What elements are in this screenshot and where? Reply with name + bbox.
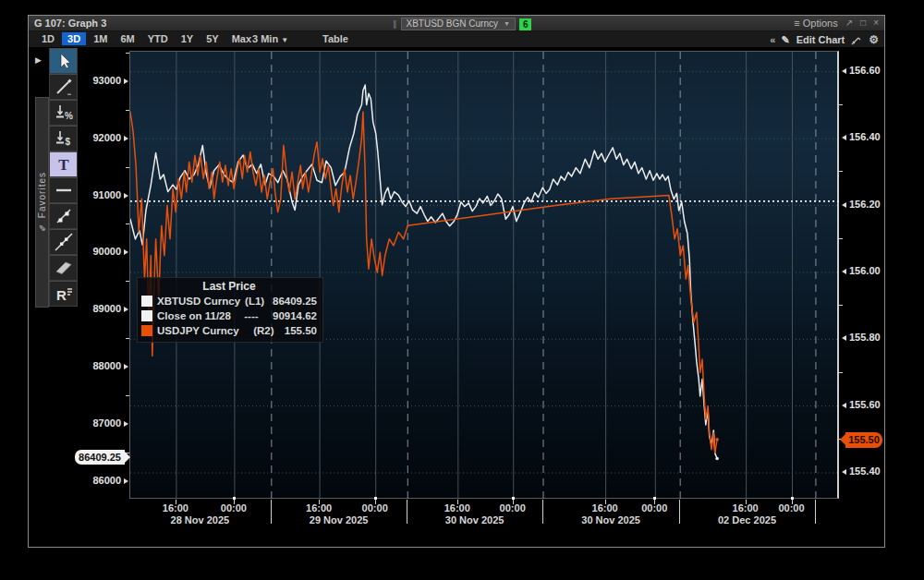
favorites-label: ✎ Favorites	[37, 172, 47, 233]
left-axis-tick-label: 89000	[75, 303, 121, 314]
x-axis-time-label: 16:00	[300, 502, 337, 514]
left-axis-tick-label: 86000	[75, 475, 121, 486]
legend-value: 86409.25	[273, 296, 317, 307]
legend-row[interactable]: XBTUSD Curncy(L1)86409.25	[141, 294, 317, 308]
edit-chart-group: « ✎ Edit Chart ⚙	[770, 33, 879, 46]
left-axis-tick	[124, 364, 128, 369]
pencil-icon: ✎	[781, 34, 789, 46]
right-axis-minor-tick	[839, 305, 843, 306]
right-axis-tick-label: 155.60	[849, 399, 881, 410]
price-change-tool[interactable]: $	[49, 126, 78, 151]
range-tab-1m[interactable]: 1M	[88, 32, 113, 45]
table-button[interactable]: Table	[322, 33, 348, 44]
legend-row[interactable]: Close on 11/28----90914.62	[141, 308, 317, 323]
window-title: G 107: Graph 3	[34, 16, 106, 30]
chart-plot-area[interactable]	[129, 51, 839, 499]
channel-tool[interactable]	[49, 255, 78, 281]
extended-trendline-tool-icon	[53, 231, 75, 253]
legend-value: 155.50	[285, 325, 317, 336]
x-axis-time-label: 16:00	[587, 502, 624, 514]
left-axis-minor-tick	[126, 338, 129, 339]
text-annotation-tool[interactable]: T	[49, 151, 78, 177]
left-axis-minor-tick	[126, 167, 129, 168]
draw-line-tool[interactable]	[49, 74, 78, 100]
gear-icon[interactable]: ⚙	[869, 33, 879, 46]
cursor-tool-icon	[53, 50, 75, 72]
right-axis-minor-tick	[839, 372, 843, 373]
x-axis-session-dot	[374, 497, 377, 500]
left-axis-tick-label: 88000	[75, 360, 121, 371]
range-tab-1y[interactable]: 1Y	[176, 32, 199, 45]
panel-number-badge[interactable]: 6	[519, 18, 532, 30]
left-axis-tick-label: 93000	[75, 75, 121, 86]
legend-value: 90914.62	[273, 310, 317, 321]
right-axis-tick-label: 155.80	[849, 332, 881, 343]
options-menu-button[interactable]: ≡ Options	[794, 16, 837, 30]
last-price-badge-left: 86409.25	[75, 450, 125, 465]
security-field[interactable]: XBTUSD BGN Curncy ▼	[401, 18, 516, 30]
left-axis-tick	[124, 79, 128, 84]
security-ticker: XBTUSD BGN Curncy	[407, 17, 498, 31]
collapse-panel-icon[interactable]: «	[770, 34, 774, 45]
x-axis-session-dot	[653, 497, 656, 500]
cursor-tool[interactable]	[49, 48, 78, 74]
left-axis-tick	[124, 249, 128, 255]
x-axis-time-label: 00:00	[773, 502, 810, 514]
x-axis-boundary-tick	[271, 500, 272, 524]
legend-axis-tag: (L1)	[245, 296, 268, 307]
interval-dropdown[interactable]: 3 Min ▼	[252, 33, 288, 44]
right-axis-tick	[842, 403, 846, 408]
percent-change-tool[interactable]: %	[49, 100, 78, 126]
right-axis-tick-label: 156.20	[849, 199, 881, 210]
trendline-tool-icon	[53, 205, 75, 227]
chevron-down-icon: ▼	[281, 36, 288, 44]
x-axis-time-label: 00:00	[494, 502, 531, 514]
range-tab-5y[interactable]: 5Y	[201, 32, 224, 45]
x-axis-boundary-tick	[815, 500, 816, 524]
close-icon[interactable]: ×	[873, 16, 879, 30]
legend-row[interactable]: USDJPY Curncy(R2)155.50	[141, 323, 317, 338]
x-axis-boundary-tick	[542, 500, 543, 524]
range-tab-6m[interactable]: 6M	[115, 32, 140, 45]
chevron-down-icon: ▼	[504, 17, 510, 31]
x-axis-session-dot	[512, 497, 515, 500]
x-axis-date-label: 30 Nov 2025	[566, 514, 655, 526]
x-axis-time-label: 16:00	[157, 502, 194, 514]
x-axis-date-label: 30 Nov 2025	[431, 514, 519, 526]
flyout-arrow-icon[interactable]: ▶	[35, 55, 42, 65]
regression-tool[interactable]: R	[49, 281, 78, 307]
legend-label: USDJPY Curncy	[157, 325, 249, 336]
x-axis-time-label: 00:00	[357, 502, 394, 514]
legend-title: Last Price	[141, 280, 317, 293]
legend-axis-tag: ----	[244, 310, 268, 321]
horizontal-line-tool[interactable]	[49, 177, 78, 203]
legend-swatch	[141, 310, 152, 321]
popout-icon[interactable]: ↗	[845, 16, 853, 30]
left-axis-tick	[124, 136, 128, 141]
edit-chart-button[interactable]: Edit Chart	[796, 34, 845, 45]
maximize-icon[interactable]: □	[860, 16, 866, 30]
range-tab-1d[interactable]: 1D	[36, 32, 60, 45]
interval-label: 3 Min	[252, 33, 278, 44]
favorites-tab[interactable]: ✎ Favorites	[35, 97, 49, 308]
extended-trendline-tool[interactable]	[49, 229, 78, 255]
left-axis-tick	[124, 478, 128, 484]
x-axis-session-dot	[791, 497, 794, 500]
x-axis-boundary-tick	[679, 500, 680, 524]
x-axis-date-label: 29 Nov 2025	[295, 514, 383, 526]
right-axis-minor-tick	[839, 104, 843, 105]
right-axis-minor-tick	[839, 171, 843, 172]
right-axis-tick	[842, 68, 846, 74]
svg-text:T: T	[58, 156, 69, 174]
chart-toolbar: 1D3D1M6MYTD1Y5YMax 3 Min ▼ Table « ✎ Edi…	[29, 31, 884, 48]
legend-swatch	[141, 296, 152, 307]
legend[interactable]: Last Price XBTUSD Curncy(L1)86409.25Clos…	[137, 277, 323, 343]
right-axis-tick-label: 156.00	[849, 265, 881, 276]
range-tab-ytd[interactable]: YTD	[142, 32, 174, 45]
trendline-tool[interactable]	[49, 203, 78, 229]
right-axis-minor-tick	[839, 238, 843, 239]
drag-grip-icon: ∥	[393, 17, 397, 31]
range-tab-3d[interactable]: 3D	[62, 32, 86, 45]
annotate-chart-icon[interactable]	[851, 34, 862, 45]
right-axis-tick	[842, 202, 846, 208]
